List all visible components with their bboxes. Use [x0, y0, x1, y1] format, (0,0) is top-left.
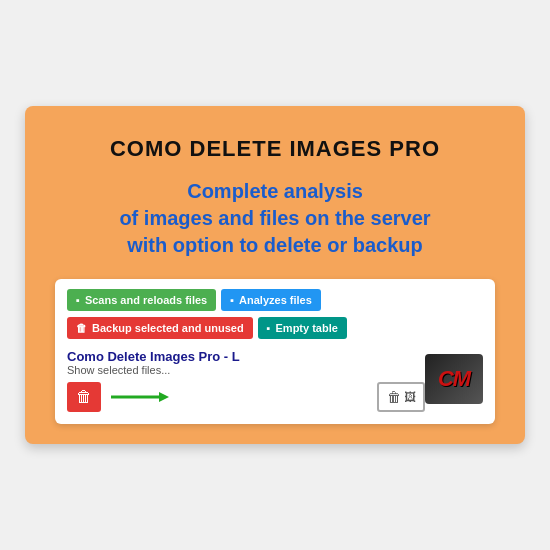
arrow-svg [109, 388, 169, 406]
button-row-top: ▪ Scans and reloads files ▪ Analyzes fil… [67, 289, 483, 311]
logo-text: CM [438, 366, 470, 392]
archive-icon-button[interactable]: 🗑 🖼 [377, 382, 425, 412]
monitor-icon: ▪ [76, 294, 80, 306]
text-area: Como Delete Images Pro - L Show selected… [67, 345, 425, 412]
delete-icon-button[interactable]: 🗑 [67, 382, 101, 412]
scans-label: Scans and reloads files [85, 294, 207, 306]
arrow-section: 🗑 🗑 🖼 [67, 382, 425, 412]
arrow-line [109, 388, 369, 406]
backup-label: Backup selected and unused [92, 322, 244, 334]
scans-button[interactable]: ▪ Scans and reloads files [67, 289, 216, 311]
product-subtitle: Complete analysis of images and files on… [55, 178, 495, 259]
preview-subtitle-text: Show selected files... [67, 364, 425, 376]
subtitle-line3: with option to delete or backup [127, 234, 423, 256]
table-icon: ▪ [267, 322, 271, 334]
analyzes-button[interactable]: ▪ Analyzes files [221, 289, 321, 311]
backup-icon: 🗑 [76, 322, 87, 334]
bottom-row: Como Delete Images Pro - L Show selected… [67, 345, 483, 412]
subtitle-line2: of images and files on the server [119, 207, 430, 229]
trash-icon: 🗑 [76, 388, 92, 406]
list-icon: ▪ [230, 294, 234, 306]
empty-label: Empty table [276, 322, 338, 334]
product-title: COMO DELETE IMAGES PRO [55, 136, 495, 162]
svg-marker-1 [159, 392, 169, 402]
product-card: COMO DELETE IMAGES PRO Complete analysis… [25, 106, 525, 444]
preview-box: ▪ Scans and reloads files ▪ Analyzes fil… [55, 279, 495, 424]
image-icon: 🖼 [404, 390, 416, 404]
archive-icon: 🗑 [387, 389, 401, 405]
button-row-bottom: 🗑 Backup selected and unused ▪ Empty tab… [67, 317, 483, 339]
analyzes-label: Analyzes files [239, 294, 312, 306]
empty-table-button[interactable]: ▪ Empty table [258, 317, 347, 339]
subtitle-line1: Complete analysis [187, 180, 363, 202]
preview-title: Como Delete Images Pro - L [67, 349, 425, 364]
backup-button[interactable]: 🗑 Backup selected and unused [67, 317, 253, 339]
logo-badge: CM [425, 354, 483, 404]
